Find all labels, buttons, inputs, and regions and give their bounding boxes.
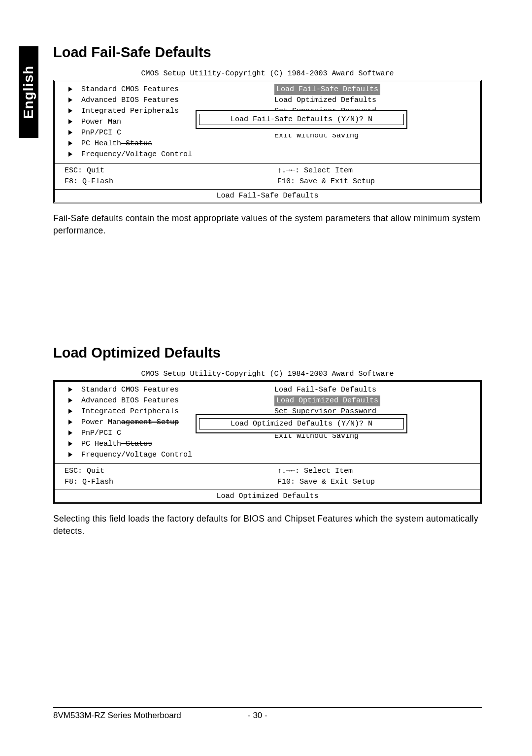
dialog-text[interactable]: Load Optimized Defaults (Y/N)? N xyxy=(199,418,404,429)
section2-description: Selecting this field loads the factory d… xyxy=(53,513,482,537)
menu-label: Integrated Peripherals xyxy=(81,107,179,115)
menu-item[interactable]: Standard CMOS Features xyxy=(68,385,267,395)
menu-item xyxy=(274,441,480,452)
esc-hint: ESC: Quit xyxy=(65,466,267,477)
menu-label: PC Health Status xyxy=(81,440,152,448)
section1-description: Fail-Safe defaults contain the most appr… xyxy=(53,212,482,236)
arrow-icon xyxy=(68,152,72,157)
menu-label: Advanced BIOS Features xyxy=(81,396,179,405)
menu-item[interactable]: Load Optimized Defaults xyxy=(274,395,480,406)
menu-label: Exit Without Saving xyxy=(274,434,359,440)
arrow-icon xyxy=(68,98,72,102)
menu-label: Exit Without Saving xyxy=(274,134,359,140)
bios-menu-2: Standard CMOS Features Advanced BIOS Fea… xyxy=(55,382,480,464)
menu-item[interactable]: PC Health Status xyxy=(68,439,267,450)
dialog-text[interactable]: Load Fail-Safe Defaults (Y/N)? N xyxy=(199,114,404,125)
arrow-icon xyxy=(68,430,72,435)
menu-item xyxy=(274,140,480,151)
arrow-icon xyxy=(68,398,72,403)
confirm-dialog-1: Load Fail-Safe Defaults (Y/N)? N xyxy=(196,110,407,129)
footer-page-number: - 30 - xyxy=(248,711,287,721)
menu-label: Integrated Peripherals xyxy=(81,407,179,416)
menu-item[interactable]: Load Fail-Safe Defaults xyxy=(274,84,480,95)
menu-label-highlighted: Load Fail-Safe Defaults xyxy=(274,84,380,95)
menu-label: PC Health Status xyxy=(81,139,152,148)
arrow-icon xyxy=(68,87,72,92)
footer-product: 8VM533M-RZ Series Motherboard xyxy=(53,711,248,721)
esc-hint: ESC: Quit xyxy=(65,165,267,176)
f8-hint: F8: Q-Flash xyxy=(65,176,267,187)
footer-right-col: ↑↓→←: Select Item F10: Save & Exit Setup xyxy=(267,464,480,490)
menu-label-highlighted: Load Optimized Defaults xyxy=(274,395,380,406)
language-label: English xyxy=(21,66,36,119)
arrow-icon xyxy=(68,420,72,425)
arrow-icon xyxy=(68,119,72,124)
page-content: Load Fail-Safe Defaults CMOS Setup Utili… xyxy=(53,44,482,537)
f10-hint: F10: Save & Exit Setup xyxy=(277,477,480,488)
bios-footer-2: ESC: Quit F8: Q-Flash ↑↓→←: Select Item … xyxy=(55,464,480,490)
menu-item[interactable]: Load Optimized Defaults xyxy=(274,95,480,106)
f8-hint: F8: Q-Flash xyxy=(65,477,267,488)
arrows-hint: ↑↓→←: Select Item xyxy=(277,165,480,176)
menu-label: Standard CMOS Features xyxy=(81,85,179,94)
menu-label: PnP/PCI C xyxy=(81,429,121,437)
f10-hint: F10: Save & Exit Setup xyxy=(277,176,480,187)
arrow-icon xyxy=(68,409,72,414)
section2: Load Optimized Defaults CMOS Setup Utili… xyxy=(53,345,482,537)
page-footer: 8VM533M-RZ Series Motherboard - 30 - xyxy=(53,707,482,721)
menu-label: Power Management Setup xyxy=(81,418,179,427)
menu-label: Load Optimized Defaults xyxy=(274,96,376,104)
bios-status-1: Load Fail-Safe Defaults xyxy=(55,190,480,202)
arrow-icon xyxy=(68,108,72,113)
menu-label: Frequency/Voltage Control xyxy=(81,451,192,459)
bios-status-2: Load Optimized Defaults xyxy=(55,490,480,502)
bios-menu-1: Standard CMOS Features Advanced BIOS Fea… xyxy=(55,81,480,164)
menu-label: Frequency/Voltage Control xyxy=(81,150,192,159)
menu-label: Standard CMOS Features xyxy=(81,386,179,394)
bios-box-2: Standard CMOS Features Advanced BIOS Fea… xyxy=(53,380,482,504)
menu-item[interactable]: Exit Without Saving xyxy=(274,134,480,140)
menu-item[interactable]: PC Health Status xyxy=(68,138,267,149)
bios-box-1: Standard CMOS Features Advanced BIOS Fea… xyxy=(53,80,482,203)
footer-spacer xyxy=(287,711,482,721)
menu-item[interactable]: Advanced BIOS Features xyxy=(68,395,267,406)
menu-label: Power Man xyxy=(81,118,121,126)
footer-left-col: ESC: Quit F8: Q-Flash xyxy=(55,164,267,189)
arrow-icon xyxy=(68,130,72,135)
footer-right-col: ↑↓→←: Select Item F10: Save & Exit Setup xyxy=(267,164,480,189)
menu-item[interactable]: Standard CMOS Features xyxy=(68,84,267,95)
menu-label: Load Fail-Safe Defaults xyxy=(274,386,376,394)
arrow-icon xyxy=(68,441,72,446)
language-tab: English xyxy=(19,46,38,138)
menu-item[interactable]: Load Fail-Safe Defaults xyxy=(274,385,480,395)
menu-item[interactable]: Frequency/Voltage Control xyxy=(68,149,267,160)
menu-item[interactable]: Exit Without Saving xyxy=(274,434,480,441)
bios-title-1: CMOS Setup Utility-Copyright (C) 1984-20… xyxy=(53,69,482,78)
confirm-dialog-2: Load Optimized Defaults (Y/N)? N xyxy=(196,414,407,433)
menu-label: PnP/PCI C xyxy=(81,129,121,137)
bios-title-2: CMOS Setup Utility-Copyright (C) 1984-20… xyxy=(53,370,482,378)
menu-item[interactable]: PnP/PCI C xyxy=(68,128,267,138)
menu-item[interactable]: Frequency/Voltage Control xyxy=(68,450,267,460)
arrow-icon xyxy=(68,452,72,457)
menu-label: Advanced BIOS Features xyxy=(81,96,179,104)
menu-item[interactable]: Advanced BIOS Features xyxy=(68,95,267,106)
arrow-icon xyxy=(68,387,72,392)
arrow-icon xyxy=(68,141,72,146)
bios-footer-1: ESC: Quit F8: Q-Flash ↑↓→←: Select Item … xyxy=(55,164,480,190)
section2-heading: Load Optimized Defaults xyxy=(53,345,482,361)
arrows-hint: ↑↓→←: Select Item xyxy=(277,466,480,477)
section1-heading: Load Fail-Safe Defaults xyxy=(53,44,482,61)
footer-left-col: ESC: Quit F8: Q-Flash xyxy=(55,464,267,490)
